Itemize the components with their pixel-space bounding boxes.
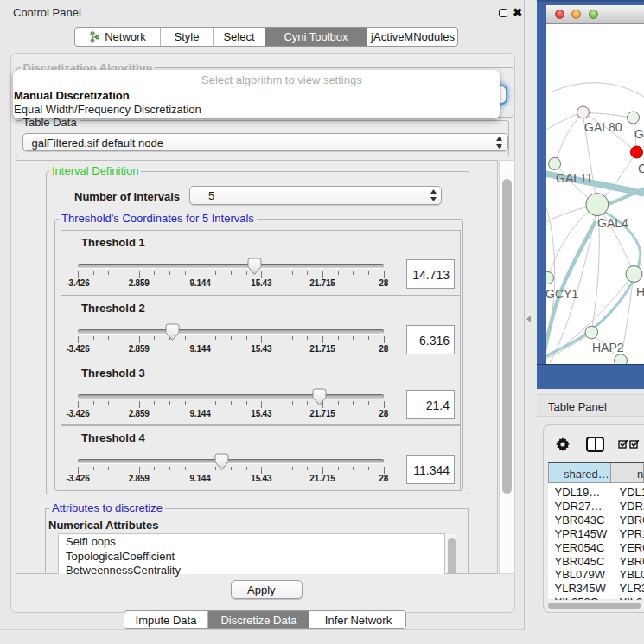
svg-text:C: C bbox=[638, 162, 644, 175]
svg-text:GAL80: GAL80 bbox=[584, 120, 622, 134]
svg-text:GCY1: GCY1 bbox=[546, 287, 578, 301]
svg-text:GA: GA bbox=[634, 127, 644, 141]
svg-text:H: H bbox=[636, 285, 644, 299]
svg-text:HAP2: HAP2 bbox=[592, 341, 624, 354]
svg-text:GAL4: GAL4 bbox=[597, 216, 628, 230]
svg-text:GAL11: GAL11 bbox=[556, 171, 593, 185]
